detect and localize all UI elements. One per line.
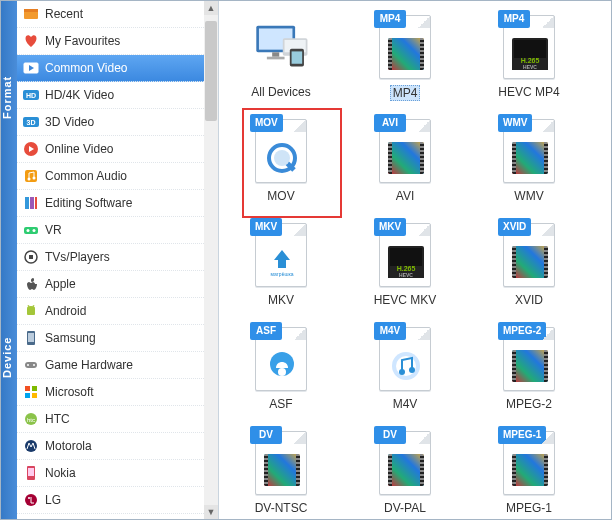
svg-rect-27 <box>25 362 37 368</box>
app-window: Format Device RecentMy FavouritesCommon … <box>0 0 612 520</box>
svg-rect-32 <box>25 393 30 398</box>
sidebar-item-nokia[interactable]: Nokia <box>17 460 218 487</box>
sidebar-item-label: Nokia <box>45 466 76 480</box>
svg-rect-31 <box>32 386 37 391</box>
format-item-label: XVID <box>515 293 543 307</box>
format-grid: All DevicesMP4MP4MP4H.265HEVCHEVC MP4MOV… <box>223 9 607 519</box>
sidebar-item-3d[interactable]: 3D3D Video <box>17 109 218 136</box>
format-item-all-devices[interactable]: All Devices <box>223 9 339 109</box>
microsoft-icon <box>23 384 39 400</box>
format-item-label: DV-NTSC <box>255 501 308 515</box>
file-avi-icon: AVI <box>375 117 435 185</box>
format-item-hevc-mp4[interactable]: MP4H.265HEVCHEVC MP4 <box>471 9 587 109</box>
heart-icon <box>23 33 39 49</box>
common-video-icon <box>23 60 39 76</box>
svg-point-12 <box>33 177 36 180</box>
format-item-label: WMV <box>514 189 543 203</box>
format-item-m4v[interactable]: M4VM4V <box>347 321 463 421</box>
format-item-label: MPEG-2 <box>506 397 552 411</box>
sidebar-item-label: Android <box>45 304 86 318</box>
sidebar-item-label: 3D Video <box>45 115 94 129</box>
svg-rect-16 <box>24 227 38 234</box>
svg-text:матрёшка: матрёшка <box>270 271 293 277</box>
format-item-label: M4V <box>393 397 418 411</box>
sidebar-item-tvs[interactable]: TVs/Players <box>17 244 218 271</box>
format-item-hevc-mkv[interactable]: MKVH.265HEVCHEVC MKV <box>347 217 463 317</box>
svg-point-18 <box>33 229 36 232</box>
sidebar-item-common-video[interactable]: Common Video <box>17 55 218 82</box>
vtab-format[interactable]: Format <box>1 1 17 193</box>
sidebar-item-label: HD/4K Video <box>45 88 114 102</box>
file-mkv-icon: MKVматрёшка <box>251 221 311 289</box>
sidebar-item-apple[interactable]: Apple <box>17 271 218 298</box>
svg-point-55 <box>274 150 290 166</box>
sidebar-item-android[interactable]: Android <box>17 298 218 325</box>
svg-point-28 <box>27 364 29 366</box>
svg-rect-13 <box>25 197 29 209</box>
sidebar-item-htc[interactable]: htcHTC <box>17 406 218 433</box>
file-mov-icon: MOV <box>251 117 311 185</box>
recent-icon <box>23 6 39 22</box>
format-item-mov[interactable]: MOVMOV <box>223 113 339 213</box>
sidebar-item-label: TVs/Players <box>45 250 110 264</box>
svg-rect-26 <box>28 333 34 342</box>
sidebar-item-gamehw[interactable]: Game Hardware <box>17 352 218 379</box>
sidebar-item-vr[interactable]: VR <box>17 217 218 244</box>
format-item-avi[interactable]: AVIAVI <box>347 113 463 213</box>
format-item-mpeg1[interactable]: MPEG-1MPEG-1 <box>471 425 587 519</box>
sidebar-list: RecentMy FavouritesCommon VideoHDHD/4K V… <box>17 1 218 519</box>
scroll-down-icon[interactable]: ▼ <box>204 505 218 519</box>
file-asf-icon: ASF <box>251 325 311 393</box>
scroll-thumb[interactable] <box>205 21 217 121</box>
svg-rect-10 <box>25 170 37 182</box>
format-item-label: MKV <box>268 293 294 307</box>
format-item-mkv[interactable]: MKVматрёшкаMKV <box>223 217 339 317</box>
sidebar-item-recent[interactable]: Recent <box>17 1 218 28</box>
format-item-mp4[interactable]: MP4MP4 <box>347 9 463 109</box>
sidebar-item-samsung[interactable]: Samsung <box>17 325 218 352</box>
sidebar-scrollbar[interactable]: ▲ ▼ <box>204 1 218 519</box>
sidebar-item-blackberry[interactable]: BlackBerry <box>17 514 218 519</box>
format-item-dv-ntsc[interactable]: DVDV-NTSC <box>223 425 339 519</box>
svg-rect-20 <box>29 255 33 259</box>
file-hevc-mp4-icon: MP4H.265HEVC <box>499 13 559 81</box>
format-item-mpeg2[interactable]: MPEG-2MPEG-2 <box>471 321 587 421</box>
svg-rect-49 <box>267 57 285 60</box>
svg-point-63 <box>409 367 415 373</box>
tv-icon <box>23 249 39 265</box>
sidebar-item-label: Microsoft <box>45 385 94 399</box>
sidebar-item-motorola[interactable]: Motorola <box>17 433 218 460</box>
editing-icon <box>23 195 39 211</box>
sidebar-item-label: Game Hardware <box>45 358 133 372</box>
sidebar-item-label: My Favourites <box>45 34 120 48</box>
sidebar-item-audio[interactable]: Common Audio <box>17 163 218 190</box>
sidebar-item-editing[interactable]: Editing Software <box>17 190 218 217</box>
apple-icon <box>23 276 39 292</box>
svg-rect-30 <box>25 386 30 391</box>
vtab-device[interactable]: Device <box>1 193 17 519</box>
format-item-dv-pal[interactable]: DVDV-PAL <box>347 425 463 519</box>
vr-icon <box>23 222 39 238</box>
scroll-up-icon[interactable]: ▲ <box>204 1 218 15</box>
file-mpeg2-icon: MPEG-2 <box>499 325 559 393</box>
format-item-wmv[interactable]: WMVWMV <box>471 113 587 213</box>
svg-point-17 <box>27 229 30 232</box>
svg-text:HD: HD <box>26 92 36 99</box>
sidebar-item-label: Editing Software <box>45 196 132 210</box>
file-xvid-icon: XVID <box>499 221 559 289</box>
format-item-label: All Devices <box>251 85 310 99</box>
format-item-label: AVI <box>396 189 414 203</box>
format-item-asf[interactable]: ASFASF <box>223 321 339 421</box>
sidebar-item-favourites[interactable]: My Favourites <box>17 28 218 55</box>
3d-icon: 3D <box>23 114 39 130</box>
sidebar-item-label: LG <box>45 493 61 507</box>
format-item-xvid[interactable]: XVIDXVID <box>471 217 587 317</box>
sidebar-item-hd4k[interactable]: HDHD/4K Video <box>17 82 218 109</box>
svg-text:3D: 3D <box>27 119 36 126</box>
sidebar-item-label: Common Audio <box>45 169 127 183</box>
htc-icon: htc <box>23 411 39 427</box>
sidebar-item-online[interactable]: Online Video <box>17 136 218 163</box>
format-item-label: DV-PAL <box>384 501 426 515</box>
sidebar-item-lg[interactable]: LG <box>17 487 218 514</box>
sidebar-item-microsoft[interactable]: Microsoft <box>17 379 218 406</box>
